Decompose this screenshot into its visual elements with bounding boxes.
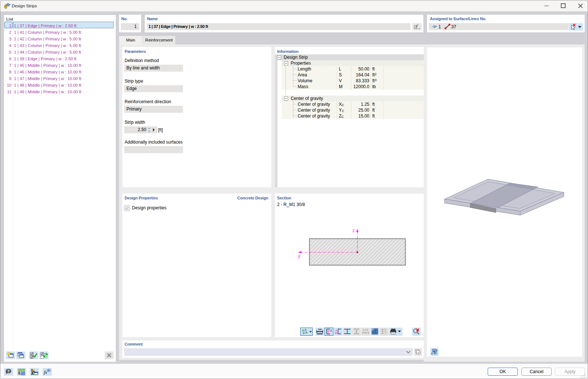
svg-text:z: z [329,333,330,336]
svg-text:y: y [331,328,332,331]
svg-text:00: 00 [21,371,25,375]
svg-text:1 2 3: 1 2 3 [363,329,368,331]
svg-text:A: A [31,372,34,376]
svg-text:?: ? [7,369,10,373]
svg-text:SC: SC [335,331,339,335]
svg-text:6: 6 [4,4,7,10]
svg-text:37: 37 [451,24,456,29]
svg-text:100: 100 [318,328,322,331]
svg-text:1: 1 [438,24,441,29]
svg-text:fx: fx [44,369,47,375]
